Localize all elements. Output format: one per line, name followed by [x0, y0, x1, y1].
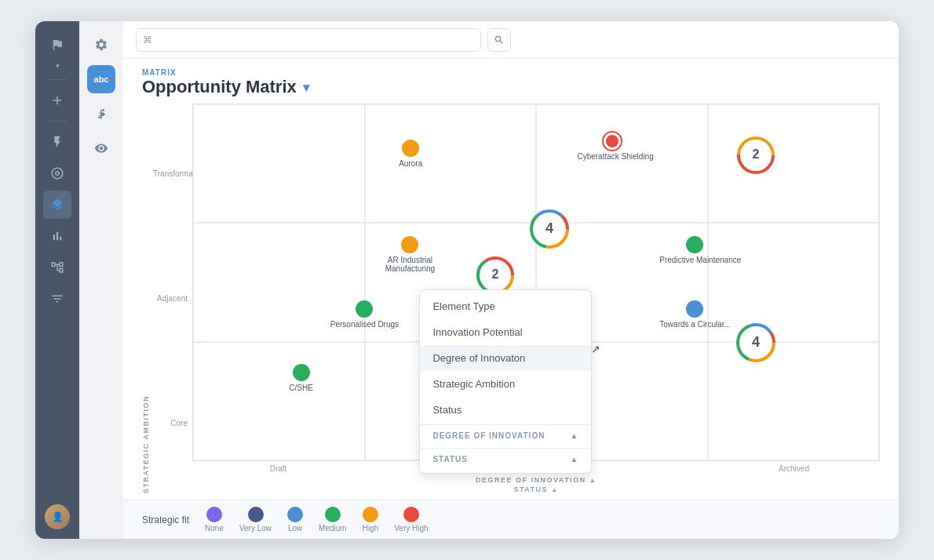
legend-text-low: Low: [288, 524, 302, 533]
legend-item-none: None: [205, 507, 224, 533]
search-input[interactable]: [157, 35, 474, 45]
dropdown-menu[interactable]: Element Type Innovation Potential Degree…: [419, 289, 592, 474]
grid-cell-r1c3: [536, 104, 708, 223]
page-title-text: Opportunity Matrix: [142, 77, 297, 97]
bubble-circle-ar: [401, 236, 418, 253]
legend-dot-high: [363, 507, 378, 522]
search-prefix: ⌘: [143, 35, 152, 45]
bubble-circle-cshe: [293, 364, 310, 381]
dropdown-section-degree: DEGREE OF INNOVATION ▲: [420, 424, 591, 446]
svg-text:2: 2: [752, 147, 759, 161]
legend-dot-medium: [325, 507, 341, 522]
chart-wrapper: STRATEGIC AMBITION Transformation Adjace…: [123, 104, 899, 500]
legend-item-verylow: Very Low: [239, 507, 272, 533]
x-axis-label-archived: Archived: [708, 464, 880, 473]
bubble-aurora[interactable]: Aurora: [399, 140, 422, 168]
dropdown-item-strategic-ambition[interactable]: Strategic Ambition: [420, 371, 591, 397]
legend-dot-veryhigh: [403, 507, 419, 522]
bubble-label-aurora: Aurora: [399, 159, 422, 168]
chart-grid: Cyberattack Shielding Aurora AR Industri…: [192, 104, 880, 461]
y-axis-rows: Transformation Adjacent Core: [153, 104, 192, 493]
bubble-ar-industrial[interactable]: AR IndustrialManufacturing: [385, 236, 435, 273]
legend-dot-none: [206, 507, 222, 522]
y-axis-title: STRATEGIC AMBITION: [142, 104, 150, 493]
page-title: Opportunity Matrix ▾: [142, 77, 880, 97]
bubble-cyberattack[interactable]: Cyberattack Shielding: [577, 133, 648, 161]
sidebar: ▾ 👤: [35, 21, 79, 539]
sidebar-icon-add[interactable]: [43, 86, 71, 115]
sidebar-icon-chart[interactable]: [43, 222, 71, 250]
bubble-label-predictive: Predictive Maintenance: [659, 256, 730, 264]
search-bar[interactable]: ⌘: [136, 28, 481, 52]
bubble-predictive[interactable]: Predictive Maintenance: [659, 236, 730, 264]
sidebar-icon-network[interactable]: [43, 253, 71, 282]
sidebar2-icon-gear[interactable]: [87, 31, 115, 59]
legend-bar: Strategic fit None Very Low Low Medium H…: [123, 500, 899, 539]
bubble-circular[interactable]: Towards a Circular...: [659, 300, 730, 329]
app-container: ▾ 👤 abc: [35, 21, 899, 539]
bubble-label-cyberattack: Cyberattack Shielding: [577, 152, 648, 161]
bubble-cshe[interactable]: C/SHE: [289, 364, 313, 392]
bubble-circle-personalised: [356, 300, 373, 318]
dropdown-item-element-type[interactable]: Element Type: [420, 293, 591, 319]
bubble-circle-cyberattack: [604, 133, 621, 150]
grid-cell-r1c4: [708, 104, 880, 223]
legend-title: Strategic fit: [142, 515, 189, 525]
bubble-label-personalised: Personalised Drugs: [330, 320, 399, 329]
cluster-ring-2-top: 2: [736, 136, 775, 175]
legend-text-none: None: [205, 524, 224, 533]
chevron-up-icon-2[interactable]: ▲: [571, 455, 579, 464]
search-button[interactable]: [487, 28, 511, 52]
grid-cell-r1c2: [365, 104, 537, 223]
breadcrumb-label: MATRIX: [142, 68, 880, 77]
sidebar-icon-target[interactable]: [43, 159, 71, 187]
legend-item-low: Low: [287, 507, 303, 533]
dropdown-item-status[interactable]: Status: [420, 397, 591, 423]
grid-cell-r1c1: [193, 104, 365, 223]
bubble-cluster-2-top[interactable]: 2: [736, 136, 775, 175]
chevron-up-icon[interactable]: ▲: [571, 431, 579, 440]
dropdown-section-status: STATUS ▲: [420, 448, 591, 470]
y-row-core: Core: [153, 419, 192, 427]
legend-dot-low: [287, 507, 303, 522]
dropdown-item-innovation-potential[interactable]: Innovation Potential: [420, 319, 591, 345]
cluster-ring-4-transformation: 4: [528, 208, 571, 250]
grid-cell-r3c1: [193, 342, 365, 460]
bubble-circle-predictive: [686, 236, 703, 253]
svg-text:4: 4: [752, 334, 760, 350]
sidebar2-icon-abc[interactable]: abc: [87, 65, 115, 93]
chevron-up-icon-status[interactable]: ▲: [551, 486, 558, 493]
legend-text-medium: Medium: [319, 524, 347, 533]
bubble-cluster-4-bottom[interactable]: 4: [735, 322, 777, 364]
svg-text:2: 2: [491, 267, 498, 281]
avatar[interactable]: 👤: [45, 504, 70, 529]
bubble-label-ar: AR IndustrialManufacturing: [385, 256, 435, 273]
sidebar-icon-flag[interactable]: [43, 31, 71, 59]
bubble-personalised[interactable]: Personalised Drugs: [330, 300, 399, 329]
sidebar2-icon-split[interactable]: [87, 100, 115, 128]
sidebar-icon-layers[interactable]: [43, 191, 71, 219]
legend-text-veryhigh: Very High: [394, 524, 428, 533]
sidebar2-icon-view[interactable]: [87, 134, 115, 162]
svg-text:4: 4: [545, 220, 553, 236]
bubble-cluster-4-transformation[interactable]: 4: [528, 208, 571, 250]
dropdown-item-degree-innovation[interactable]: Degree of Innovaton: [420, 345, 591, 371]
sidebar-icon-equalizer[interactable]: [43, 285, 71, 313]
sidebar-icon-lightning[interactable]: [43, 128, 71, 156]
chevron-down-icon[interactable]: ▾: [303, 80, 309, 95]
chart-area: STRATEGIC AMBITION Transformation Adjace…: [142, 104, 880, 493]
sidebar2: abc: [79, 21, 123, 539]
bubble-label-circular: Towards a Circular...: [659, 320, 730, 329]
legend-item-high: High: [363, 507, 379, 533]
sidebar-divider-2: [48, 121, 67, 122]
bubble-circle-circular: [686, 300, 703, 318]
legend-text-high: High: [363, 524, 379, 533]
x-axis-label-draft: Draft: [192, 464, 364, 473]
abc-label: abc: [94, 75, 109, 84]
avatar-image: 👤: [45, 504, 70, 529]
legend-item-medium: Medium: [319, 507, 347, 533]
grid-cell-r3c4: [708, 342, 880, 460]
grid-cell-r2c4: [708, 223, 880, 341]
cluster-ring-4-bottom: 4: [735, 322, 777, 364]
chevron-up-icon-x[interactable]: ▲: [589, 477, 597, 484]
